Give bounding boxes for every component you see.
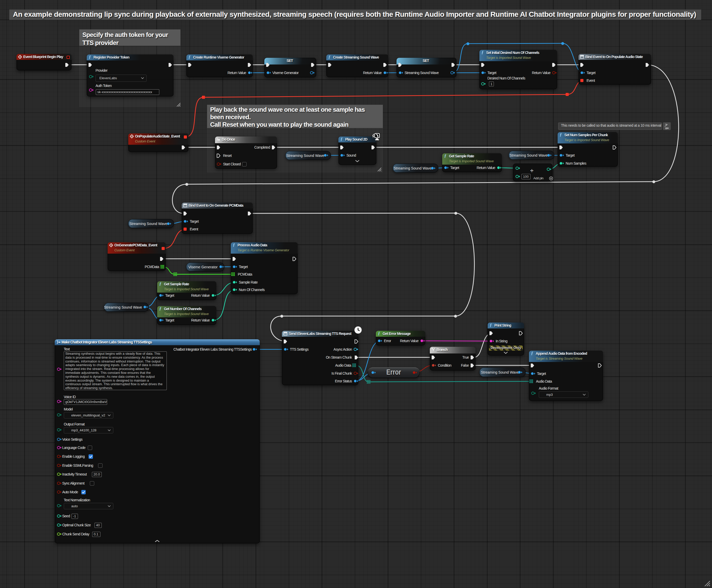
svg-text:1: 1 (217, 138, 218, 139)
